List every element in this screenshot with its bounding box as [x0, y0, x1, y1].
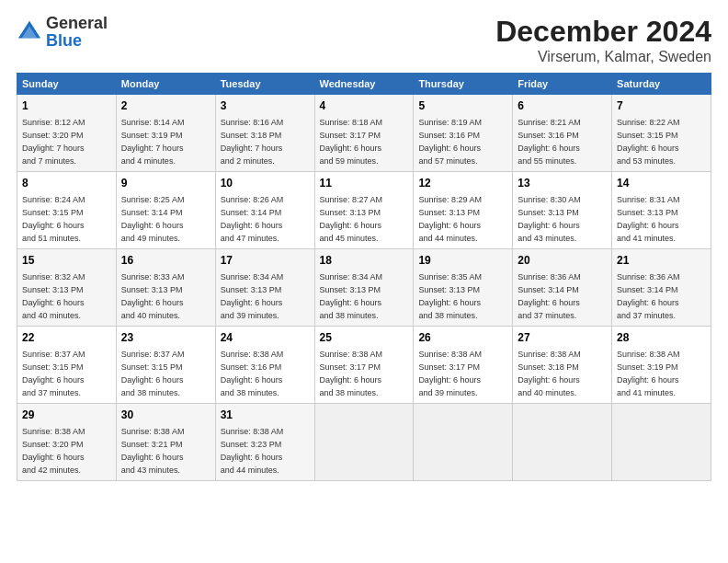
day-cell: [513, 403, 612, 480]
day-cell: 19Sunrise: 8:35 AM Sunset: 3:13 PM Dayli…: [414, 248, 513, 326]
logo-text: General Blue: [46, 15, 108, 50]
day-number: 11: [320, 176, 409, 191]
logo: General Blue: [17, 15, 108, 50]
calendar-header: Sunday Monday Tuesday Wednesday Thursday…: [17, 74, 711, 95]
day-info: Sunrise: 8:38 AM Sunset: 3:18 PM Dayligh…: [518, 350, 581, 397]
day-info: Sunrise: 8:38 AM Sunset: 3:21 PM Dayligh…: [121, 427, 185, 475]
day-info: Sunrise: 8:37 AM Sunset: 3:15 PM Dayligh…: [121, 350, 185, 397]
day-info: Sunrise: 8:33 AM Sunset: 3:13 PM Dayligh…: [121, 272, 185, 320]
day-info: Sunrise: 8:16 AM Sunset: 3:18 PM Dayligh…: [221, 118, 284, 166]
day-info: Sunrise: 8:30 AM Sunset: 3:13 PM Dayligh…: [518, 195, 581, 243]
day-cell: 30Sunrise: 8:38 AM Sunset: 3:21 PM Dayli…: [116, 403, 215, 480]
header: General Blue December 2024 Virserum, Kal…: [17, 15, 711, 65]
day-number: 21: [617, 253, 706, 269]
day-number: 16: [121, 253, 210, 269]
day-info: Sunrise: 8:27 AM Sunset: 3:13 PM Dayligh…: [320, 195, 383, 243]
day-info: Sunrise: 8:36 AM Sunset: 3:14 PM Dayligh…: [518, 272, 581, 320]
day-cell: 22Sunrise: 8:37 AM Sunset: 3:15 PM Dayli…: [17, 326, 117, 403]
day-cell: 21Sunrise: 8:36 AM Sunset: 3:14 PM Dayli…: [612, 248, 711, 326]
day-number: 23: [121, 330, 210, 346]
day-info: Sunrise: 8:38 AM Sunset: 3:20 PM Dayligh…: [22, 427, 85, 475]
day-number: 6: [518, 98, 607, 114]
day-number: 5: [418, 98, 507, 114]
week-row-2: 8Sunrise: 8:24 AM Sunset: 3:15 PM Daylig…: [17, 171, 711, 248]
day-info: Sunrise: 8:25 AM Sunset: 3:14 PM Dayligh…: [121, 195, 185, 243]
calendar-table: Sunday Monday Tuesday Wednesday Thursday…: [17, 73, 711, 481]
week-row-4: 22Sunrise: 8:37 AM Sunset: 3:15 PM Dayli…: [17, 326, 711, 403]
day-info: Sunrise: 8:34 AM Sunset: 3:13 PM Dayligh…: [320, 272, 383, 320]
header-thursday: Thursday: [414, 74, 513, 95]
week-row-3: 15Sunrise: 8:32 AM Sunset: 3:13 PM Dayli…: [17, 248, 711, 326]
day-cell: 3Sunrise: 8:16 AM Sunset: 3:18 PM Daylig…: [215, 95, 314, 172]
day-info: Sunrise: 8:24 AM Sunset: 3:15 PM Dayligh…: [22, 195, 85, 243]
day-info: Sunrise: 8:38 AM Sunset: 3:16 PM Dayligh…: [221, 350, 284, 397]
day-info: Sunrise: 8:19 AM Sunset: 3:16 PM Dayligh…: [418, 118, 482, 166]
day-number: 24: [221, 330, 310, 346]
day-info: Sunrise: 8:18 AM Sunset: 3:17 PM Dayligh…: [320, 118, 383, 166]
day-number: 9: [121, 176, 210, 191]
logo-general: General: [46, 14, 108, 32]
day-number: 3: [221, 98, 310, 114]
day-number: 26: [418, 330, 507, 346]
day-cell: 12Sunrise: 8:29 AM Sunset: 3:13 PM Dayli…: [414, 171, 513, 248]
day-info: Sunrise: 8:26 AM Sunset: 3:14 PM Dayligh…: [221, 195, 284, 243]
day-info: Sunrise: 8:22 AM Sunset: 3:15 PM Dayligh…: [617, 118, 680, 166]
day-cell: 20Sunrise: 8:36 AM Sunset: 3:14 PM Dayli…: [513, 248, 612, 326]
day-info: Sunrise: 8:31 AM Sunset: 3:13 PM Dayligh…: [617, 195, 680, 243]
day-number: 22: [22, 330, 111, 346]
day-number: 10: [221, 176, 310, 191]
day-info: Sunrise: 8:36 AM Sunset: 3:14 PM Dayligh…: [617, 272, 680, 320]
day-number: 4: [320, 98, 409, 114]
header-tuesday: Tuesday: [215, 74, 314, 95]
day-number: 31: [221, 408, 310, 423]
day-cell: 4Sunrise: 8:18 AM Sunset: 3:17 PM Daylig…: [314, 95, 414, 172]
day-cell: 13Sunrise: 8:30 AM Sunset: 3:13 PM Dayli…: [513, 171, 612, 248]
day-number: 7: [617, 98, 706, 114]
day-info: Sunrise: 8:21 AM Sunset: 3:16 PM Dayligh…: [518, 118, 581, 166]
day-number: 29: [22, 408, 111, 423]
day-number: 18: [320, 253, 409, 269]
day-number: 1: [22, 98, 111, 114]
day-number: 20: [518, 253, 607, 269]
header-friday: Friday: [513, 74, 612, 95]
day-info: Sunrise: 8:29 AM Sunset: 3:13 PM Dayligh…: [418, 195, 482, 243]
day-number: 13: [518, 176, 607, 191]
day-cell: 14Sunrise: 8:31 AM Sunset: 3:13 PM Dayli…: [612, 171, 711, 248]
day-info: Sunrise: 8:38 AM Sunset: 3:17 PM Dayligh…: [418, 350, 482, 397]
day-cell: 5Sunrise: 8:19 AM Sunset: 3:16 PM Daylig…: [414, 95, 513, 172]
header-row: Sunday Monday Tuesday Wednesday Thursday…: [17, 74, 711, 95]
day-info: Sunrise: 8:38 AM Sunset: 3:17 PM Dayligh…: [320, 350, 383, 397]
day-cell: 10Sunrise: 8:26 AM Sunset: 3:14 PM Dayli…: [215, 171, 314, 248]
day-cell: [414, 403, 513, 480]
day-cell: 2Sunrise: 8:14 AM Sunset: 3:19 PM Daylig…: [116, 95, 215, 172]
logo-icon: [17, 19, 42, 45]
day-info: Sunrise: 8:38 AM Sunset: 3:19 PM Dayligh…: [617, 350, 680, 397]
day-info: Sunrise: 8:14 AM Sunset: 3:19 PM Dayligh…: [121, 118, 185, 166]
day-info: Sunrise: 8:32 AM Sunset: 3:13 PM Dayligh…: [22, 272, 85, 320]
day-cell: 24Sunrise: 8:38 AM Sunset: 3:16 PM Dayli…: [215, 326, 314, 403]
day-cell: 11Sunrise: 8:27 AM Sunset: 3:13 PM Dayli…: [314, 171, 414, 248]
day-cell: 28Sunrise: 8:38 AM Sunset: 3:19 PM Dayli…: [612, 326, 711, 403]
calendar-body: 1Sunrise: 8:12 AM Sunset: 3:20 PM Daylig…: [17, 95, 711, 481]
day-cell: 7Sunrise: 8:22 AM Sunset: 3:15 PM Daylig…: [612, 95, 711, 172]
day-cell: 1Sunrise: 8:12 AM Sunset: 3:20 PM Daylig…: [17, 95, 117, 172]
week-row-5: 29Sunrise: 8:38 AM Sunset: 3:20 PM Dayli…: [17, 403, 711, 480]
day-info: Sunrise: 8:12 AM Sunset: 3:20 PM Dayligh…: [22, 118, 85, 166]
day-cell: 18Sunrise: 8:34 AM Sunset: 3:13 PM Dayli…: [314, 248, 414, 326]
day-info: Sunrise: 8:35 AM Sunset: 3:13 PM Dayligh…: [418, 272, 482, 320]
main-title: December 2024: [495, 15, 711, 49]
day-number: 14: [617, 176, 706, 191]
header-monday: Monday: [116, 74, 215, 95]
day-cell: 26Sunrise: 8:38 AM Sunset: 3:17 PM Dayli…: [414, 326, 513, 403]
header-saturday: Saturday: [612, 74, 711, 95]
page: General Blue December 2024 Virserum, Kal…: [0, 0, 728, 490]
day-number: 8: [22, 176, 111, 191]
sub-title: Virserum, Kalmar, Sweden: [495, 49, 711, 65]
day-number: 27: [518, 330, 607, 346]
day-number: 17: [221, 253, 310, 269]
day-cell: 9Sunrise: 8:25 AM Sunset: 3:14 PM Daylig…: [116, 171, 215, 248]
day-cell: 6Sunrise: 8:21 AM Sunset: 3:16 PM Daylig…: [513, 95, 612, 172]
logo-blue: Blue: [46, 31, 82, 50]
day-cell: 27Sunrise: 8:38 AM Sunset: 3:18 PM Dayli…: [513, 326, 612, 403]
day-cell: 31Sunrise: 8:38 AM Sunset: 3:23 PM Dayli…: [215, 403, 314, 480]
